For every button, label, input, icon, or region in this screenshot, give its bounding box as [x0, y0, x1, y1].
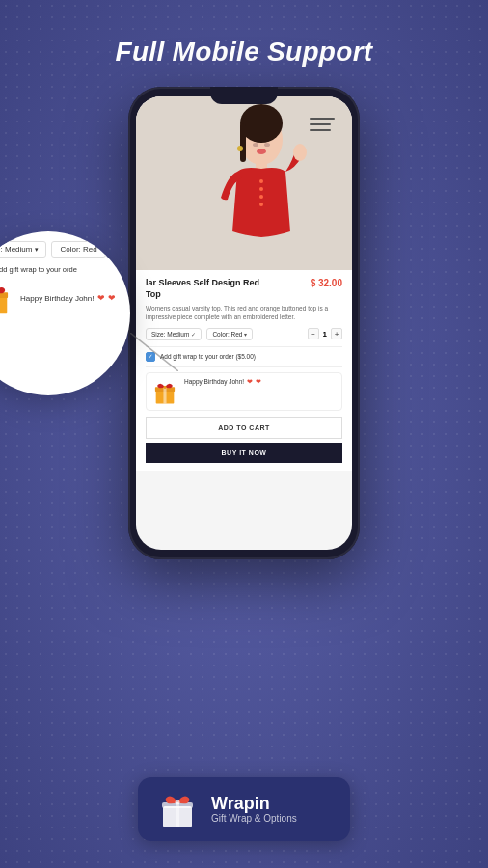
svg-point-13	[237, 146, 243, 151]
product-description: Womens casual varsity top. This red and …	[146, 304, 342, 321]
brand-name: Wrapin	[211, 795, 297, 814]
zoom-message-content: Happy Birthday John!	[20, 294, 95, 303]
gift-box-icon	[151, 378, 178, 405]
zoom-message-area: Happy Birthday John! ❤ ❤	[0, 281, 130, 325]
quantity-increase-button[interactable]: +	[331, 328, 342, 339]
quantity-control: − 1 +	[308, 328, 342, 339]
gift-message-content: Happy Birthday John!	[184, 378, 244, 385]
svg-point-5	[293, 144, 307, 161]
svg-point-26	[176, 800, 180, 805]
svg-point-6	[259, 179, 263, 183]
zoom-options-row: Size: Medium ▾ Color: Red	[0, 231, 130, 263]
svg-point-7	[259, 187, 263, 191]
svg-point-2	[240, 104, 283, 143]
zoom-size-chevron-icon: ▾	[35, 246, 39, 254]
svg-point-9	[259, 203, 263, 206]
color-chevron-icon: ▾	[244, 331, 247, 338]
heart-icon-2: ❤	[256, 378, 261, 386]
svg-rect-25	[176, 802, 179, 827]
color-selector[interactable]: Color: Red ▾	[206, 328, 253, 340]
page-title: Full Mobile Support	[0, 0, 488, 85]
zoom-message-text: Happy Birthday John! ❤ ❤	[20, 293, 116, 303]
buy-now-button[interactable]: BUY IT NOW	[146, 443, 342, 463]
brand-subtitle: Gift Wrap & Options	[211, 813, 297, 824]
quantity-value: 1	[323, 330, 327, 339]
zoom-size-label: Size: Medium	[0, 245, 32, 254]
quantity-decrease-button[interactable]: −	[308, 328, 319, 339]
menu-line-2	[310, 123, 331, 125]
svg-point-17	[163, 385, 166, 388]
gift-message-text: Happy Birthday John! ❤ ❤	[184, 378, 261, 386]
svg-point-8	[259, 195, 263, 199]
size-chevron-icon: ✓	[191, 331, 196, 338]
menu-line-3	[310, 129, 331, 131]
menu-icon[interactable]	[310, 118, 335, 131]
zoom-gift-icon	[0, 281, 13, 315]
zoom-heart-icon-1: ❤	[97, 293, 105, 303]
svg-line-22	[130, 333, 178, 371]
gift-message-area: Happy Birthday John! ❤ ❤	[146, 372, 342, 411]
zoom-circle: Size: Medium ▾ Color: Red ✓ Add gift wra…	[0, 231, 130, 395]
brand-icon-svg	[157, 789, 198, 829]
color-label: Color: Red	[212, 331, 242, 338]
phone-notch	[210, 87, 278, 104]
svg-rect-3	[240, 123, 246, 162]
zoom-color-label: Color: Red	[51, 241, 105, 258]
brand-badge: Wrapin Gift Wrap & Options	[138, 777, 350, 841]
zoom-gift-label: Add gift wrap to your orde	[0, 265, 77, 274]
svg-rect-18	[0, 296, 7, 313]
heart-icon-1: ❤	[247, 378, 253, 386]
svg-point-12	[257, 149, 266, 154]
svg-point-11	[264, 143, 270, 147]
product-price: $ 32.00	[311, 278, 342, 288]
phone-mockup: lar Sleeves Self Design Red Top $ 32.00 …	[128, 87, 360, 559]
menu-line-1	[310, 118, 335, 120]
phone-screen: lar Sleeves Self Design Red Top $ 32.00 …	[136, 96, 352, 550]
zoom-size-selector[interactable]: Size: Medium ▾	[0, 241, 46, 258]
zoom-gift-box-icon	[0, 281, 13, 315]
pointer-line	[130, 333, 178, 371]
phone-shell: lar Sleeves Self Design Red Top $ 32.00 …	[128, 87, 360, 559]
gift-icon	[151, 378, 178, 405]
product-name: lar Sleeves Self Design Red Top	[146, 278, 271, 300]
svg-rect-16	[163, 387, 166, 403]
brand-text: Wrapin Gift Wrap & Options	[211, 795, 297, 825]
product-header: lar Sleeves Self Design Red Top $ 32.00	[146, 278, 342, 300]
zoom-heart-icon-2: ❤	[108, 293, 116, 303]
add-to-cart-button[interactable]: ADD TO CART	[146, 417, 342, 439]
zoom-gift-row: ✓ Add gift wrap to your orde	[0, 263, 130, 281]
svg-point-10	[253, 143, 258, 147]
brand-gift-icon	[157, 789, 198, 829]
